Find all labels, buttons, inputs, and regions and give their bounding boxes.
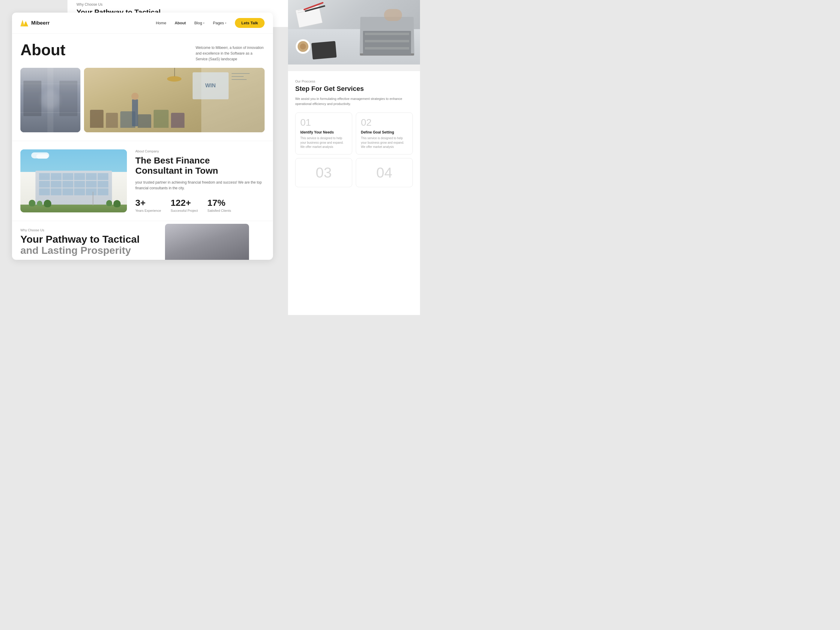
- step-01-title: Identify Your Needs: [300, 130, 347, 134]
- step-01-desc: This service is designed to help your bu…: [300, 136, 347, 149]
- company-building-image: 15120: [21, 149, 127, 212]
- stat-projects-value: 122+: [171, 198, 198, 208]
- step-01-num: 01: [300, 118, 347, 127]
- stat-years-value: 3+: [135, 198, 161, 208]
- stat-clients-value: 17%: [207, 198, 231, 208]
- lets-talk-button[interactable]: Lets Talk: [235, 18, 265, 28]
- process-card-04: 04: [356, 158, 413, 187]
- process-card-02: 02 Define Goal Setting This service is d…: [356, 112, 413, 155]
- step-04-num: 04: [376, 164, 392, 181]
- about-company-description: your trusted partner in achieving financ…: [135, 180, 265, 191]
- about-section-label: About Company: [135, 149, 265, 153]
- process-grid: 01 Identify Your Needs This service is d…: [295, 112, 413, 187]
- stat-projects: 122+ Successful Project: [171, 198, 198, 212]
- about-company-section: 15120 About Company The Best Finance Con: [12, 141, 273, 221]
- stat-clients-label: Satisfied Clients: [207, 209, 231, 212]
- bg-why-label: Why Choose Us: [76, 2, 279, 6]
- about-company-content: About Company The Best Finance Consultan…: [135, 149, 265, 212]
- navbar: Mibeerr Home About Blog ▾ Pages ▾ Lets T…: [12, 13, 273, 33]
- bottom-image-peek: [165, 224, 249, 260]
- step-02-num: 02: [361, 118, 408, 127]
- about-company-title: The Best Finance Consultant in Town: [135, 155, 265, 176]
- logo-text: Mibeerr: [31, 20, 49, 26]
- nav-blog[interactable]: Blog ▾: [194, 21, 205, 25]
- nav-links: Home About Blog ▾ Pages ▾: [156, 21, 226, 25]
- main-card: Mibeerr Home About Blog ▾ Pages ▾ Lets T…: [12, 13, 273, 260]
- stats-row: 3+ Years Experience 122+ Successful Proj…: [135, 198, 265, 212]
- step-02-desc: This service is designed to help your bu…: [361, 136, 408, 149]
- blog-chevron-icon: ▾: [203, 22, 205, 25]
- nav-home[interactable]: Home: [156, 21, 166, 25]
- right-panel: Our Proccess Step For Get Services We as…: [288, 0, 420, 315]
- image-grid: WIN: [12, 62, 273, 141]
- hero-description: Welcome to Mibeerr, a fusion of innovati…: [196, 45, 265, 62]
- process-card-03: 03: [295, 158, 352, 187]
- meeting-image: WIN: [84, 68, 265, 132]
- stat-years: 3+ Years Experience: [135, 198, 161, 212]
- step-02-title: Define Goal Setting: [361, 130, 408, 134]
- nav-about[interactable]: About: [175, 21, 186, 25]
- nav-pages[interactable]: Pages ▾: [213, 21, 226, 25]
- process-label: Our Proccess: [295, 79, 413, 83]
- stat-clients: 17% Satisfied Clients: [207, 198, 231, 212]
- step-03-num: 03: [316, 164, 332, 181]
- corridor-image: [21, 68, 81, 132]
- svg-rect-2: [25, 22, 26, 27]
- hero-section: About Welcome to Mibeerr, a fusion of in…: [12, 33, 273, 62]
- process-description: We assist you in formulating effective m…: [295, 96, 413, 106]
- right-top-image: [288, 0, 420, 65]
- process-section: Our Proccess Step For Get Services We as…: [288, 71, 420, 315]
- stat-years-label: Years Experience: [135, 209, 161, 212]
- stat-projects-label: Successful Project: [171, 209, 198, 212]
- logo-icon: [21, 20, 29, 27]
- page-title: About: [21, 42, 65, 58]
- pages-chevron-icon: ▾: [225, 22, 226, 25]
- process-card-01: 01 Identify Your Needs This service is d…: [295, 112, 352, 155]
- bottom-peek-section: Why Choose Us Your Pathway to Tactical a…: [12, 221, 273, 260]
- logo-area[interactable]: Mibeerr: [21, 20, 49, 27]
- process-title: Step For Get Services: [295, 85, 413, 93]
